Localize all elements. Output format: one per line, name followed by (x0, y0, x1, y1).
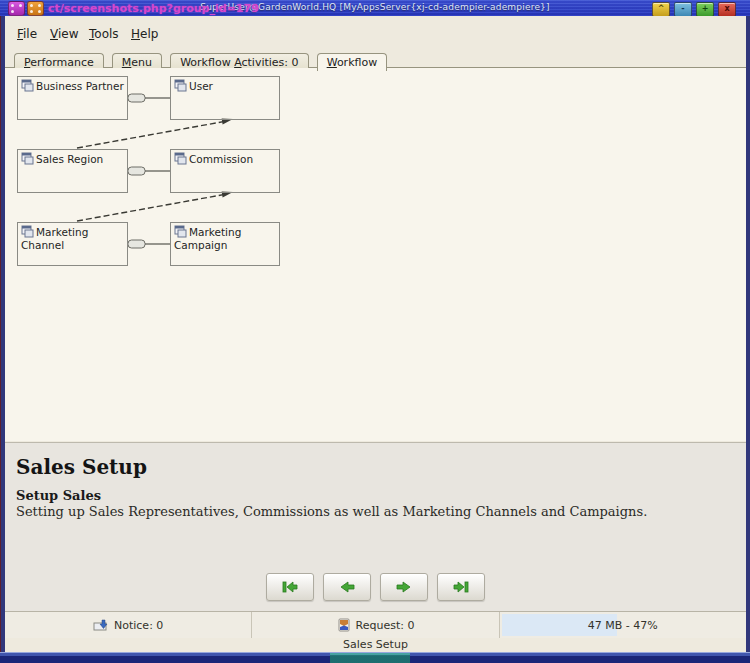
client-area: File View Tools Help Performance Menu Wo… (5, 16, 746, 652)
status-text: Sales Setup (5, 638, 746, 652)
first-icon (281, 580, 299, 594)
notice-icon (93, 619, 109, 632)
tab-workflow[interactable]: Workflow (317, 53, 388, 71)
window-icon (21, 152, 34, 165)
window-frame-bottom (0, 652, 750, 663)
request-label: Request: 0 (356, 619, 415, 632)
workflow-node-sales-region[interactable]: Sales Region (17, 149, 128, 193)
workflow-node-user[interactable]: User (170, 76, 280, 120)
window-icon (21, 79, 34, 92)
window-controls: ^ - + x (652, 2, 736, 17)
workflow-description: Setting up Sales Representatives, Commis… (16, 504, 647, 519)
minimize-icon[interactable]: - (674, 2, 692, 17)
magenta-app-icon (8, 1, 25, 16)
request-icon (337, 618, 351, 632)
workflow-node-marketing-campaign[interactable]: Marketing Campaign (170, 222, 280, 266)
workflow-node-business-partner[interactable]: Business Partner (17, 76, 128, 120)
menubar: File View Tools Help (5, 16, 746, 48)
next-button[interactable] (380, 573, 428, 601)
maximize-icon[interactable]: + (696, 2, 714, 17)
workflow-node-marketing-channel[interactable]: Marketing Channel (17, 222, 128, 266)
close-icon[interactable]: x (718, 2, 736, 17)
workflow-description-panel: Sales Setup Setup Sales Setting up Sales… (5, 442, 746, 611)
url-watermark-text: ct/screenshots.php?group_id=179 (48, 2, 259, 15)
workflow-canvas: Business Partner User Sales Region Commi… (5, 68, 746, 441)
workflow-node-commission[interactable]: Commission (170, 149, 280, 193)
window-icon (174, 79, 187, 92)
statusbar: Notice: 0 Request: 0 47 MB - 47% (5, 611, 746, 638)
tabbar: Performance Menu Workflow Activities: 0 … (5, 48, 746, 68)
previous-button[interactable] (323, 573, 371, 601)
window-icon (174, 225, 187, 238)
window-frame-right (746, 16, 750, 652)
workflow-title: Sales Setup (16, 455, 147, 479)
menu-tools[interactable]: Tools (89, 27, 119, 41)
request-cell[interactable]: Request: 0 (252, 612, 499, 638)
menu-help[interactable]: Help (131, 27, 158, 41)
last-icon (452, 580, 470, 594)
memory-label: 47 MB - 47% (588, 619, 658, 632)
workflow-nav-buttons (5, 573, 746, 601)
next-icon (395, 580, 413, 594)
menu-view[interactable]: View (50, 27, 78, 41)
first-button[interactable] (266, 573, 314, 601)
app-window: SuperUser@GardenWorld.HQ [MyAppsServer{x… (0, 0, 750, 663)
notice-label: Notice: 0 (114, 619, 163, 632)
notice-cell[interactable]: Notice: 0 (5, 612, 252, 638)
shade-icon[interactable]: ^ (652, 2, 670, 17)
previous-icon (338, 580, 356, 594)
url-watermark: ct/screenshots.php?group_id=179 (8, 1, 259, 16)
last-button[interactable] (437, 573, 485, 601)
window-icon (21, 225, 34, 238)
memory-cell[interactable]: 47 MB - 47% (500, 612, 746, 638)
taskbar-accent (330, 653, 410, 663)
window-icon (174, 152, 187, 165)
orange-app-icon (27, 1, 44, 16)
workflow-subtitle: Setup Sales (16, 488, 101, 503)
menu-file[interactable]: File (17, 27, 37, 41)
